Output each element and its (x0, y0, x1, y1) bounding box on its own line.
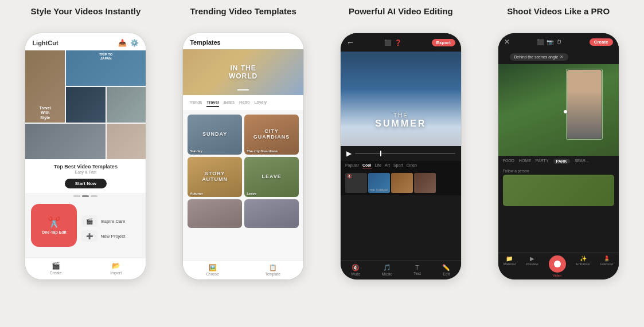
feature-col-1: Style Your Videos Instantly LightCut 📥 ⚙… (10, 6, 161, 279)
nav-text[interactable]: T Text (413, 264, 421, 276)
sunday-overlay: SUNDAY (202, 132, 227, 137)
feature-title-2: Trending Video Templates (190, 6, 296, 27)
tab-beats[interactable]: Beats (224, 99, 235, 107)
video-time: 00:01 / 00:59 (389, 137, 412, 141)
inspire-cam-label: Inspire Cam (100, 219, 125, 224)
music-icon: 🎵 (383, 264, 391, 271)
inbox-icon[interactable]: 📥 (118, 39, 127, 47)
new-project-button[interactable]: ➕ New Project (81, 230, 125, 242)
tag-text: Behind the scenes angle (514, 55, 559, 59)
thumb-leave[interactable]: LEAVE Leave (244, 157, 299, 197)
one-tap-edit-button[interactable]: ✂️ One-Tap Edit (31, 204, 77, 247)
create-button[interactable]: Create (590, 38, 613, 46)
nav-material[interactable]: 📁 Material (504, 255, 516, 277)
cat-home[interactable]: HOME (519, 159, 531, 164)
record-inner (554, 261, 561, 267)
nav-preview[interactable]: ▶ Preview (526, 255, 538, 277)
screen4-topbar: ✕ ⬛ 📷 ⏱ Create (498, 33, 619, 50)
tab-retro[interactable]: Retro (239, 99, 249, 107)
nav-record[interactable]: Video (549, 255, 566, 277)
back-button[interactable]: ← (346, 38, 354, 47)
clip-4[interactable] (414, 173, 436, 193)
material-label: Material (504, 262, 516, 266)
dot-1 (73, 195, 80, 197)
screen3-video-text: THE SUMMER (341, 112, 461, 129)
timer-icon[interactable]: ⏱ (556, 39, 562, 45)
nav-edit[interactable]: ✏️ Edit (442, 264, 450, 276)
screen4-bottom-nav: 📁 Material ▶ Preview Video ✨ Enhance (498, 253, 619, 279)
dot-3 (91, 195, 97, 197)
timeline[interactable] (355, 153, 455, 154)
play-button[interactable]: ▶ (346, 149, 352, 157)
settings-icon[interactable]: ⚙️ (130, 39, 139, 47)
cat-party[interactable]: PARTY (536, 159, 549, 164)
screen3-filmstrip: 🔇 THE SUMMER (341, 171, 461, 195)
grid-cell-travel: TravelWithStyle (25, 50, 65, 123)
phone-mockup-3: ← ⬛ ❓ Export THE SUMMER 00:01 / 00:59 ▶ (341, 33, 461, 279)
filter-art[interactable]: Art (385, 163, 390, 168)
text-label: Text (413, 271, 421, 275)
export-button[interactable]: Export (432, 39, 455, 46)
nav-create[interactable]: 🎬 Create (50, 262, 62, 275)
text-icon: T (415, 264, 419, 271)
nav-choose[interactable]: 🖼️ Choose (206, 264, 218, 276)
content-thumb[interactable] (503, 175, 614, 206)
screen1-promo: Top Best Video Templates Easy & Fast Sta… (25, 159, 146, 193)
thumb-bottom2[interactable] (244, 199, 299, 228)
screen1-small-btns: 🎬 Inspire Cam ➕ New Project (81, 204, 125, 253)
feature-title-4: Shoot Videos Like a PRO (507, 6, 610, 27)
layout-icon[interactable]: ⬛ (384, 40, 391, 46)
tab-lovely[interactable]: Lovely (254, 99, 267, 107)
close-button[interactable]: ✕ (504, 38, 510, 46)
choose-label: Choose (206, 272, 218, 276)
filter-cinema[interactable]: Cinen (407, 163, 417, 168)
grid-cell-4 (107, 87, 146, 123)
start-now-button[interactable]: Start Now (65, 179, 107, 188)
tab-trends[interactable]: Trends (189, 99, 202, 107)
edit-label: Edit (443, 272, 450, 276)
layout2-icon[interactable]: ⬛ (537, 39, 544, 45)
clip-1[interactable]: 🔇 (345, 173, 367, 193)
thumb-bottom1[interactable] (188, 199, 242, 228)
tag-close[interactable]: ✕ (560, 54, 564, 60)
thumb-autumn[interactable]: STORYAUTUMN Autumn (188, 157, 242, 197)
nav-music[interactable]: 🎵 Music (381, 264, 392, 276)
clip-3[interactable] (391, 173, 413, 193)
grid-cell-3 (66, 87, 106, 123)
autumn-label: Autumn (190, 192, 203, 195)
nav-import[interactable]: 📂 Import (110, 262, 122, 275)
screen2-hero-text: IN THEWORLD (229, 64, 257, 81)
nav-glamour[interactable]: 💄 Glamour (600, 255, 613, 277)
nav-mute[interactable]: 🔇 Mute (352, 264, 361, 276)
thumb-city[interactable]: CITYGUARDIANS The city Guardians (244, 115, 299, 155)
screen1-header: LightCut 📥 ⚙️ (25, 33, 146, 50)
cat-search[interactable]: SEAR... (575, 159, 589, 164)
record-button[interactable] (549, 255, 566, 273)
autumn-overlay: STORYAUTUMN (202, 171, 228, 183)
filter-cool[interactable]: Cool (362, 163, 372, 168)
main-container: Style Your Videos Instantly LightCut 📥 ⚙… (0, 0, 644, 327)
nav-enhance[interactable]: ✨ Enhance (576, 255, 590, 277)
leave-label: Leave (247, 192, 256, 195)
filter-sport[interactable]: Sport (393, 163, 403, 168)
help-icon[interactable]: ❓ (395, 40, 401, 46)
inspire-cam-button[interactable]: 🎬 Inspire Cam (81, 215, 125, 227)
grid-text-japan: TRIP TOJAPAN (66, 53, 146, 61)
filter-popular[interactable]: Popular (345, 163, 359, 168)
filter-life[interactable]: Life (375, 163, 381, 168)
screen4-categories: FOOD HOME PARTY PARK SEAR... (498, 156, 619, 167)
thumb-sunday[interactable]: SUNDAY Sunday (188, 115, 242, 155)
cat-food[interactable]: FOOD (503, 159, 514, 164)
nav-template[interactable]: 📋 Template (265, 264, 280, 276)
screen1-dots (25, 193, 146, 199)
scene-tag: Behind the scenes angle ✕ (510, 53, 569, 61)
cat-park[interactable]: PARK (553, 159, 570, 164)
photo-icon[interactable]: 📷 (547, 39, 553, 45)
enhance-label: Enhance (576, 262, 590, 266)
clip-2[interactable]: THE SUMMER (368, 173, 390, 193)
grid-cell-5 (25, 124, 105, 159)
screen3-controls: ▶ (341, 146, 461, 161)
phone-mockup-1: LightCut 📥 ⚙️ TravelWithStyle TRIP TOJAP… (25, 33, 146, 279)
tab-travel[interactable]: Travel (206, 99, 219, 107)
grid-cell-japan: TRIP TOJAPAN (66, 50, 146, 86)
